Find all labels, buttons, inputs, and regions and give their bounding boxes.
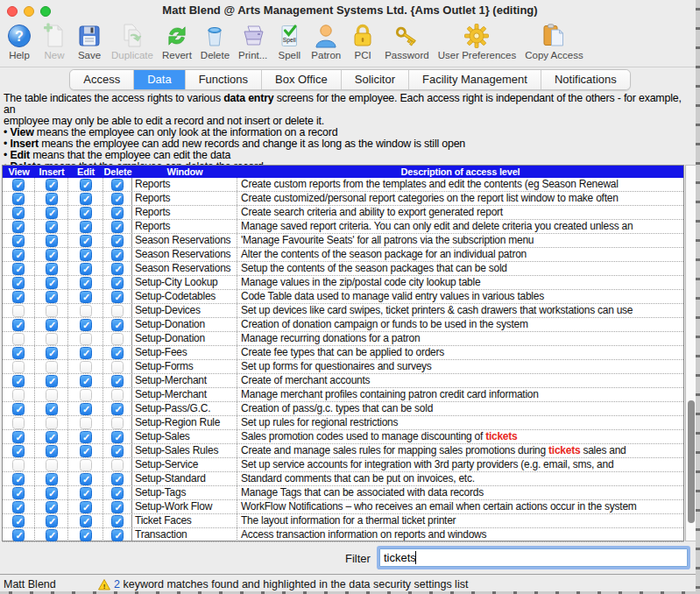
toolbar-button-help[interactable]: ?Help: [2, 21, 37, 60]
edit-checkbox[interactable]: [80, 305, 92, 317]
delete-checkbox[interactable]: [111, 361, 124, 373]
delete-checkbox[interactable]: [111, 417, 124, 429]
table-row[interactable]: Setup-StandardStandard comments that can…: [3, 472, 683, 486]
delete-checkbox[interactable]: [111, 277, 124, 289]
toolbar-button-save[interactable]: Save: [72, 21, 107, 60]
edit-checkbox[interactable]: [80, 403, 92, 415]
view-checkbox[interactable]: [12, 263, 25, 275]
view-checkbox[interactable]: [12, 515, 25, 527]
delete-checkbox[interactable]: [111, 249, 124, 261]
insert-checkbox[interactable]: [46, 487, 58, 499]
view-checkbox[interactable]: [12, 193, 25, 205]
delete-checkbox[interactable]: [111, 193, 124, 205]
delete-checkbox[interactable]: [111, 431, 124, 443]
delete-checkbox[interactable]: [111, 333, 124, 345]
view-checkbox[interactable]: [12, 459, 25, 471]
view-checkbox[interactable]: [12, 319, 25, 331]
view-checkbox[interactable]: [12, 403, 25, 415]
insert-checkbox[interactable]: [46, 319, 58, 331]
edit-checkbox[interactable]: [80, 319, 92, 331]
delete-checkbox[interactable]: [111, 221, 124, 233]
table-row[interactable]: ReportsCreate custom reports from the te…: [3, 178, 683, 192]
view-checkbox[interactable]: [12, 291, 25, 303]
insert-checkbox[interactable]: [46, 389, 58, 401]
delete-checkbox[interactable]: [111, 207, 124, 219]
delete-checkbox[interactable]: [111, 515, 124, 527]
table-row[interactable]: Setup-FeesCreate fee types that can be a…: [3, 346, 683, 360]
edit-checkbox[interactable]: [80, 501, 92, 513]
delete-checkbox[interactable]: [111, 347, 124, 359]
delete-checkbox[interactable]: [111, 487, 124, 499]
delete-checkbox[interactable]: [111, 501, 124, 513]
delete-checkbox[interactable]: [111, 459, 124, 471]
edit-checkbox[interactable]: [80, 529, 92, 541]
delete-checkbox[interactable]: [111, 473, 124, 485]
view-checkbox[interactable]: [12, 389, 25, 401]
view-checkbox[interactable]: [12, 207, 25, 219]
table-row[interactable]: Season ReservationsSetup the contents of…: [3, 262, 683, 276]
toolbar-button-pci[interactable]: PCI: [345, 21, 380, 60]
edit-checkbox[interactable]: [80, 291, 92, 303]
table-row[interactable]: Setup-DonationManage recurring donations…: [3, 332, 683, 346]
delete-checkbox[interactable]: [111, 263, 124, 275]
view-checkbox[interactable]: [12, 277, 25, 289]
toolbar-button-print[interactable]: Print...: [234, 21, 272, 60]
view-checkbox[interactable]: [12, 431, 25, 443]
table-row[interactable]: Setup-Pass/G.C.Creation of pass/g.c. typ…: [3, 402, 683, 416]
edit-checkbox[interactable]: [80, 445, 92, 457]
edit-checkbox[interactable]: [80, 389, 92, 401]
table-row[interactable]: Setup-FormsSet up forms for questionaire…: [3, 360, 683, 374]
toolbar-button-spell[interactable]: SpellSpell: [272, 21, 307, 60]
view-checkbox[interactable]: [12, 473, 25, 485]
delete-checkbox[interactable]: [111, 319, 124, 331]
toolbar-button-user-preferences[interactable]: User Preferences: [434, 21, 520, 60]
table-row[interactable]: Setup-DonationCreation of donation campa…: [3, 318, 683, 332]
edit-checkbox[interactable]: [80, 179, 92, 191]
edit-checkbox[interactable]: [80, 235, 92, 247]
insert-checkbox[interactable]: [46, 403, 58, 415]
insert-checkbox[interactable]: [46, 445, 58, 457]
table-row[interactable]: Setup-MerchantCreate of merchant account…: [3, 374, 683, 388]
edit-checkbox[interactable]: [80, 417, 92, 429]
delete-checkbox[interactable]: [111, 179, 124, 191]
edit-checkbox[interactable]: [80, 487, 92, 499]
table-row[interactable]: ReportsCreate search criteria and abilit…: [3, 206, 683, 220]
edit-checkbox[interactable]: [80, 361, 92, 373]
edit-checkbox[interactable]: [80, 221, 92, 233]
tab-solicitor[interactable]: Solicitor: [342, 70, 409, 89]
table-row[interactable]: Setup-Sales RulesCreate and manage sales…: [3, 444, 683, 458]
insert-checkbox[interactable]: [46, 459, 58, 471]
view-checkbox[interactable]: [12, 249, 25, 261]
table-row[interactable]: Season ReservationsAlter the contents of…: [3, 248, 683, 262]
tab-notifications[interactable]: Notifications: [541, 70, 630, 89]
filter-input[interactable]: [379, 548, 688, 567]
table-row[interactable]: Setup-Region RuleSet up rules for region…: [3, 416, 683, 430]
toolbar-button-delete[interactable]: Delete: [196, 21, 234, 60]
delete-checkbox[interactable]: [111, 235, 124, 247]
toolbar-button-password[interactable]: Password: [380, 21, 434, 60]
insert-checkbox[interactable]: [46, 277, 58, 289]
insert-checkbox[interactable]: [46, 193, 58, 205]
table-row[interactable]: Setup-TagsManage Tags that can be associ…: [3, 486, 683, 500]
tab-facility-management[interactable]: Facility Management: [409, 70, 541, 89]
view-checkbox[interactable]: [12, 417, 25, 429]
table-row[interactable]: Season Reservations'Manage Favourite Sea…: [3, 234, 683, 248]
delete-checkbox[interactable]: [111, 291, 124, 303]
edit-checkbox[interactable]: [80, 375, 92, 387]
delete-checkbox[interactable]: [111, 529, 124, 541]
scrollbar-thumb[interactable]: [688, 400, 695, 523]
view-checkbox[interactable]: [12, 333, 25, 345]
delete-checkbox[interactable]: [111, 403, 124, 415]
edit-checkbox[interactable]: [80, 249, 92, 261]
insert-checkbox[interactable]: [46, 515, 58, 527]
table-row[interactable]: ReportsManage saved report criteria. You…: [3, 220, 683, 234]
table-row[interactable]: TransactionAccess transaction informatio…: [3, 528, 683, 542]
toolbar-button-revert[interactable]: Revert: [158, 21, 196, 60]
edit-checkbox[interactable]: [80, 347, 92, 359]
toolbar-button-patron[interactable]: Patron: [307, 21, 345, 60]
table-row[interactable]: Setup-ServiceSet up service accounts for…: [3, 458, 683, 472]
insert-checkbox[interactable]: [46, 347, 58, 359]
view-checkbox[interactable]: [12, 361, 25, 373]
insert-checkbox[interactable]: [46, 179, 58, 191]
edit-checkbox[interactable]: [80, 333, 92, 345]
